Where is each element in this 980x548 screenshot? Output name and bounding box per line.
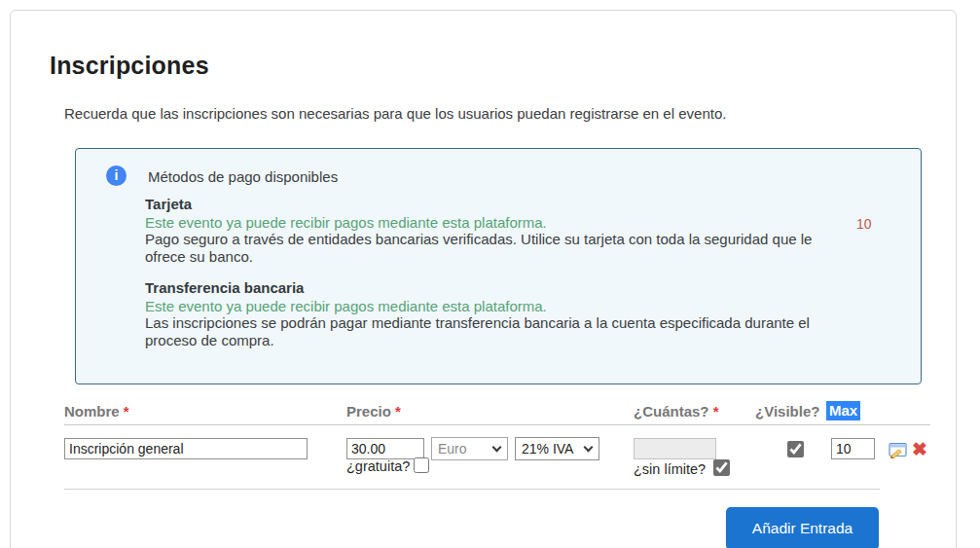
chevron-down-icon bbox=[492, 442, 502, 452]
header-cuantas-text: ¿Cuántas? bbox=[634, 403, 709, 420]
free-checkbox[interactable] bbox=[414, 457, 429, 473]
drag-ghost-value: 10 bbox=[856, 216, 872, 232]
currency-selected-value: Euro bbox=[438, 441, 467, 457]
price-input[interactable] bbox=[346, 438, 424, 459]
method-description: Pago seguro a través de entidades bancar… bbox=[145, 231, 846, 265]
max-input[interactable] bbox=[831, 438, 875, 459]
method-description: Las inscripciones se podrán pagar median… bbox=[145, 314, 846, 348]
header-precio-text: Precio bbox=[346, 403, 391, 420]
edit-button[interactable] bbox=[889, 442, 909, 462]
name-input[interactable] bbox=[64, 438, 308, 459]
tax-selected-value: 21% IVA bbox=[522, 441, 573, 457]
method-status: Este evento ya puede recibir pagos media… bbox=[145, 298, 846, 315]
delete-button[interactable]: ✖ bbox=[912, 440, 927, 458]
tax-select[interactable]: 21% IVA bbox=[515, 437, 599, 460]
required-marker: * bbox=[395, 403, 401, 420]
currency-select[interactable]: Euro bbox=[431, 437, 508, 460]
row-divider bbox=[64, 489, 880, 490]
no-limit-checkbox[interactable] bbox=[713, 459, 730, 476]
add-entry-button[interactable]: Añadir Entrada bbox=[726, 507, 879, 548]
page-title: Inscripciones bbox=[50, 52, 209, 80]
header-nombre: Nombre * bbox=[64, 403, 129, 420]
header-max-text-selected: Max bbox=[826, 401, 860, 420]
header-visible-text: ¿Visible? bbox=[755, 403, 819, 420]
infobox-title: Métodos de pago disponibles bbox=[148, 168, 338, 185]
header-divider bbox=[64, 424, 930, 425]
chevron-down-icon bbox=[584, 442, 594, 452]
inscriptions-page: Inscripciones Recuerda que las inscripci… bbox=[0, 0, 980, 548]
required-marker: * bbox=[124, 403, 129, 420]
content-card: Inscripciones Recuerda que las inscripci… bbox=[10, 10, 957, 548]
header-visible: ¿Visible? bbox=[755, 403, 819, 420]
payment-methods-list: Tarjeta Este evento ya puede recibir pag… bbox=[145, 196, 846, 363]
visible-checkbox[interactable] bbox=[787, 441, 804, 457]
method-name: Transferencia bancaria bbox=[145, 279, 846, 297]
required-marker: * bbox=[713, 403, 719, 420]
payment-methods-infobox: i Métodos de pago disponibles 10 Tarjeta… bbox=[75, 148, 922, 384]
header-nombre-text: Nombre bbox=[64, 403, 120, 420]
header-precio: Precio * bbox=[346, 403, 401, 420]
header-cuantas: ¿Cuántas? * bbox=[634, 403, 719, 420]
method-status: Este evento ya puede recibir pagos media… bbox=[145, 214, 846, 232]
info-icon: i bbox=[106, 165, 127, 186]
method-name: Tarjeta bbox=[145, 196, 846, 213]
header-max: Max bbox=[826, 402, 860, 419]
intro-text: Recuerda que las inscripciones son neces… bbox=[64, 105, 843, 122]
payment-method-transfer: Transferencia bancaria Este evento ya pu… bbox=[145, 279, 846, 348]
quantity-input[interactable] bbox=[634, 438, 716, 459]
free-checkbox-label: ¿gratuita? bbox=[346, 458, 410, 474]
payment-method-card: Tarjeta Este evento ya puede recibir pag… bbox=[145, 196, 846, 265]
edit-window-pencil-icon bbox=[889, 448, 909, 462]
delete-x-icon: ✖ bbox=[912, 439, 927, 459]
no-limit-checkbox-label: ¿sin límite? bbox=[634, 461, 706, 477]
